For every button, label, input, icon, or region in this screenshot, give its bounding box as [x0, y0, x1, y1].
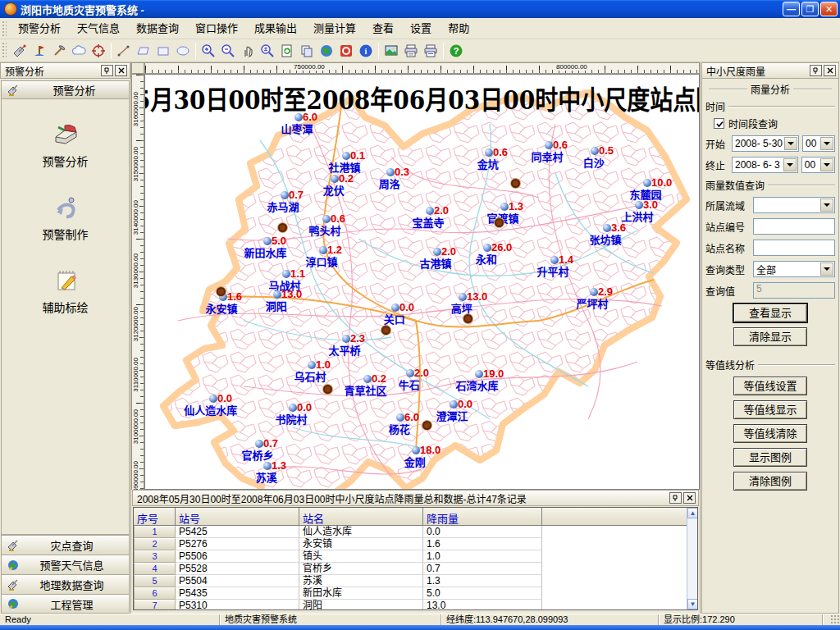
table-row[interactable]: 5 P5504 苏溪 1.3: [134, 575, 697, 587]
column-header-3[interactable]: 降雨量: [423, 508, 542, 525]
bar-label: 地理数据查询: [20, 577, 124, 592]
menu-0[interactable]: 预警分析: [10, 20, 69, 38]
scroll-down-icon[interactable]: ▼: [687, 599, 698, 609]
image-icon[interactable]: [381, 41, 401, 61]
station-id-input[interactable]: [753, 218, 835, 235]
left-panel-bar-0[interactable]: 灾点查询: [1, 535, 130, 555]
table-row[interactable]: 6 P5435 新田水库 5.0: [134, 587, 697, 600]
cloud-icon[interactable]: [69, 41, 89, 61]
clear-display-button[interactable]: 清除显示: [733, 327, 807, 346]
chevron-down-icon[interactable]: [783, 158, 797, 171]
close-icon[interactable]: [824, 65, 836, 76]
chevron-down-icon[interactable]: [784, 137, 797, 150]
result-table[interactable]: 序号站号站名降雨量 1 P5425 仙人造水库 0.0 2 P5276 永安镇 …: [133, 507, 698, 610]
polygon-icon[interactable]: [134, 41, 153, 61]
cell-rainfall: 0.7: [423, 563, 542, 575]
contour-button-2[interactable]: 等值线清除: [733, 424, 807, 443]
station-name: 青草社区: [344, 382, 386, 398]
station-name-input[interactable]: [753, 240, 835, 256]
pan-icon[interactable]: [238, 41, 258, 61]
menu-grip[interactable]: [2, 21, 7, 37]
chevron-down-icon[interactable]: [820, 137, 833, 150]
start-hour-select[interactable]: 00: [802, 135, 835, 152]
tool-1[interactable]: 预警制作: [16, 194, 115, 242]
contour-button-4[interactable]: 清除图例: [733, 472, 807, 491]
station-name: 书院村: [276, 411, 308, 427]
ellipse-icon[interactable]: [173, 41, 193, 61]
column-header-0[interactable]: 序号: [134, 508, 176, 525]
basin-select[interactable]: [753, 197, 835, 213]
pin-icon[interactable]: [101, 65, 113, 76]
table-scrollbar[interactable]: ▲ ▼: [687, 508, 697, 609]
table-row[interactable]: 1 P5425 仙人造水库 0.0: [134, 526, 697, 538]
map-canvas[interactable]: 5月30日00时至2008年06月03日00时中小尺度站点降雨量 6.0 山枣潭…: [144, 74, 700, 490]
station-id-label: 站点编号: [705, 220, 753, 234]
show-display-button[interactable]: 查看显示: [733, 304, 807, 322]
close-icon[interactable]: [115, 65, 127, 76]
chevron-down-icon[interactable]: [820, 199, 833, 212]
print-icon[interactable]: [401, 41, 421, 61]
menu-8[interactable]: 帮助: [440, 20, 477, 38]
flag-tool-icon[interactable]: [30, 41, 49, 61]
rectangle-icon[interactable]: [153, 41, 173, 61]
map-region: 750000.00800000.00 3160000.003150000.003…: [131, 62, 700, 490]
maximize-button[interactable]: ❐: [801, 2, 819, 16]
tool-2[interactable]: 辅助标绘: [16, 267, 115, 315]
left-panel-header[interactable]: 预警分析: [1, 80, 130, 99]
table-row[interactable]: 7 P5310 洞阳 13.0: [134, 600, 697, 610]
left-panel-bar-2[interactable]: 地理数据查询: [1, 574, 130, 594]
left-panel-bar-3[interactable]: 工程管理: [1, 594, 130, 614]
table-row[interactable]: 2 P5276 永安镇 1.6: [134, 538, 697, 550]
copy-icon[interactable]: [297, 41, 317, 61]
satellite-icon[interactable]: [10, 41, 30, 61]
stop-icon[interactable]: [336, 41, 356, 61]
pin-icon[interactable]: [669, 492, 682, 504]
close-button[interactable]: ✕: [820, 2, 838, 16]
menu-3[interactable]: 窗口操作: [187, 20, 246, 38]
chevron-down-icon[interactable]: [820, 262, 833, 276]
left-panel-bar-1[interactable]: 预警天气信息: [1, 555, 130, 574]
zoom-extent-icon[interactable]: [258, 41, 277, 61]
menu-7[interactable]: 设置: [402, 20, 440, 38]
scroll-up-icon[interactable]: ▲: [687, 508, 698, 518]
zoom-out-icon[interactable]: [218, 41, 238, 61]
menu-1[interactable]: 天气信息: [69, 20, 128, 38]
line-icon[interactable]: [114, 41, 134, 61]
pin-icon[interactable]: [810, 65, 822, 76]
start-date-select[interactable]: 2008- 5-30: [732, 135, 799, 152]
time-range-checkbox[interactable]: [714, 118, 724, 129]
contour-button-0[interactable]: 等值线设置: [733, 377, 807, 395]
query-type-select[interactable]: 全部: [753, 261, 835, 277]
globe-icon[interactable]: [317, 41, 336, 61]
refresh-icon[interactable]: [277, 41, 297, 61]
pick-icon[interactable]: [49, 41, 69, 61]
menu-5[interactable]: 测量计算: [305, 20, 364, 38]
contour-button-1[interactable]: 等值线显示: [733, 400, 807, 419]
print2-icon[interactable]: [421, 41, 441, 61]
zoom-in-icon[interactable]: [199, 41, 218, 61]
info-icon[interactable]: i: [356, 41, 376, 61]
minimize-button[interactable]: —: [783, 2, 800, 16]
close-icon[interactable]: [683, 492, 696, 504]
table-row[interactable]: 3 P5506 镇头 1.0: [134, 550, 697, 563]
menu-2[interactable]: 数据查询: [128, 20, 187, 38]
tool-0[interactable]: 预警分析: [16, 121, 115, 169]
end-hour-select[interactable]: 00: [801, 157, 835, 173]
target-icon[interactable]: [89, 41, 108, 61]
cell-station-name: 永安镇: [299, 538, 423, 550]
help-icon[interactable]: ?: [446, 41, 466, 61]
column-header-2[interactable]: 站名: [299, 508, 423, 525]
column-header-1[interactable]: 站号: [176, 508, 299, 525]
toolbar-grip[interactable]: [2, 42, 7, 60]
chevron-down-icon[interactable]: [820, 158, 833, 171]
contour-button-3[interactable]: 显示图例: [733, 448, 807, 467]
cell-station-id: P5425: [176, 526, 299, 538]
query-value-input[interactable]: 5: [753, 282, 835, 299]
row-index: 4: [134, 563, 176, 575]
station-name: 金坑: [477, 156, 499, 171]
end-date-select[interactable]: 2008- 6- 3: [732, 157, 798, 173]
menu-4[interactable]: 成果输出: [246, 20, 305, 38]
resize-grip[interactable]: [830, 614, 840, 625]
table-row[interactable]: 4 P5528 官桥乡 0.7: [134, 563, 697, 575]
menu-6[interactable]: 查看: [364, 20, 402, 38]
